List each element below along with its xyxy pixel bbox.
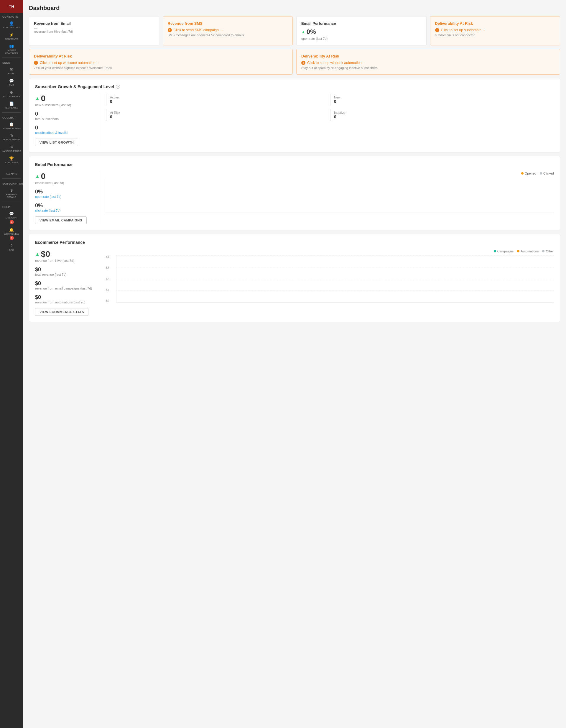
warn-icon-welcome: !: [34, 61, 38, 65]
revenue-hive-number: $0: [41, 249, 50, 259]
sidebar-item-whats-new[interactable]: 🔔 What's New 1: [0, 226, 23, 242]
engagement-at-risk: At Risk 0: [106, 109, 330, 121]
legend-automations: Automations: [517, 249, 539, 253]
y-label-1: $1: [106, 288, 115, 292]
deliverability-subdomain-title: Deliverability At Risk: [435, 21, 555, 26]
sidebar-item-contests[interactable]: 🏆 Contests: [0, 155, 23, 166]
top-cards-row: Revenue from Email revenue from Hive (la…: [29, 16, 560, 45]
legend-automations-dot: [517, 250, 519, 252]
live-chat-icon: 💬: [9, 211, 14, 216]
automations-revenue-block: $0 revenue from automations (last 7d): [35, 294, 100, 304]
legend-clicked-label: Clicked: [543, 172, 554, 175]
popup-forms-label: Popup Forms: [3, 138, 20, 141]
sidebar-item-email[interactable]: ✉ Email: [0, 65, 23, 77]
card-email-performance: Email Performance ▲ 0% open rate (last 7…: [296, 16, 427, 45]
legend-other-label: Other: [546, 249, 554, 253]
email-label: Email: [8, 72, 15, 75]
sidebar-section-collect: Collect: [0, 114, 23, 120]
sidebar-item-segments[interactable]: ⚡ Segments: [0, 31, 23, 42]
emails-sent-value: ▲ 0: [35, 172, 94, 181]
deliverability-winback-sub: Stay out of spam by re-engaging inactive…: [301, 66, 555, 70]
revenue-hive-label: revenue from Hive (last 7d): [35, 259, 100, 262]
h-line-3: [116, 267, 554, 267]
open-rate-block: 0% open rate (last 7d): [35, 189, 94, 198]
whats-new-label: What's New: [4, 233, 19, 236]
y-label-2: $2: [106, 277, 115, 281]
payment-details-icon: $: [10, 188, 12, 193]
sidebar-item-signup-forms[interactable]: 📋 Signup Forms: [0, 120, 23, 132]
landing-pages-icon: 🖥: [10, 145, 14, 149]
view-list-growth-button[interactable]: VIEW LIST GROWTH: [35, 139, 78, 146]
revenue-sms-link-text: Click to send SMS campaign →: [174, 28, 223, 32]
sidebar-item-automations[interactable]: ⚙ Automations: [0, 88, 23, 100]
card-deliverability-subdomain: Deliverability At Risk ! Click to set up…: [430, 16, 560, 45]
all-apps-icon: —: [10, 167, 14, 172]
ecommerce-chart-right: Campaigns Automations Other $4 $3: [100, 249, 554, 316]
engagement-inactive-value: 0: [334, 114, 550, 119]
contests-label: Contests: [5, 161, 18, 164]
main-content: Dashboard Revenue from Email revenue fro…: [23, 0, 566, 728]
sidebar-item-all-apps[interactable]: — All Apps: [0, 166, 23, 177]
revenue-email-sub: revenue from Hive (last 7d): [34, 30, 154, 33]
deliverability-winback-title: Deliverability At Risk: [301, 54, 555, 58]
sidebar-item-faq[interactable]: ? FAQ: [0, 242, 23, 253]
view-ecommerce-stats-button[interactable]: VIEW ECOMMERCE STATS: [35, 308, 88, 316]
deliverability-welcome-link[interactable]: ! Click to set up welcome automation →: [34, 61, 288, 65]
email-perf-stats-layout: ▲ 0 emails sent (last 7d) 0% open rate (…: [35, 172, 554, 224]
logo-text: TH: [9, 4, 14, 9]
sidebar: TH Contacts 👤 Contact List ⚡ Segments 👥 …: [0, 0, 23, 728]
warn-icon-sms: !: [168, 28, 172, 32]
segments-icon: ⚡: [9, 33, 14, 37]
engagement-new-label: New: [334, 96, 550, 99]
deliverability-subdomain-link-text: Click to set up subdomain →: [441, 28, 486, 32]
emails-sent-block: ▲ 0 emails sent (last 7d): [35, 172, 94, 185]
engagement-at-risk-value: 0: [110, 114, 326, 119]
sidebar-section-help: Help: [0, 203, 23, 210]
ecommerce-y-axis: $4 $3 $2 $1 $0: [106, 255, 115, 303]
sidebar-item-live-chat[interactable]: 💬 Live Chat 2: [0, 210, 23, 226]
email-perf-stats-left: ▲ 0 emails sent (last 7d) 0% open rate (…: [35, 172, 100, 224]
page-title: Dashboard: [29, 5, 560, 11]
email-chart-legend: Opened Clicked: [106, 172, 554, 175]
legend-opened: Opened: [521, 172, 536, 175]
contact-list-icon: 👤: [9, 21, 14, 26]
automations-label: Automations: [3, 95, 20, 98]
faq-label: FAQ: [9, 249, 14, 252]
import-contacts-label: Import Contacts: [1, 49, 22, 55]
h-line-2: [116, 279, 554, 279]
email-perf-sub: open rate (last 7d): [301, 37, 422, 40]
h-line-1: [116, 290, 554, 291]
whats-new-icon: 🔔: [9, 228, 14, 232]
deliverability-subdomain-link[interactable]: ! Click to set up subdomain →: [435, 28, 555, 32]
zero-line-icon: [34, 28, 37, 29]
sidebar-item-templates[interactable]: 📄 Templates: [0, 100, 23, 111]
legend-clicked: Clicked: [540, 172, 554, 175]
templates-label: Templates: [5, 106, 19, 109]
sidebar-item-sms[interactable]: 💬 SMS: [0, 77, 23, 88]
engagement-inactive: Inactive 0: [330, 109, 554, 121]
email-campaigns-revenue-label: revenue from email campaigns (last 7d): [35, 287, 100, 290]
sidebar-item-popup-forms[interactable]: 🖱 Popup Forms: [0, 132, 23, 143]
sidebar-item-contact-list[interactable]: 👤 Contact List: [0, 19, 23, 31]
total-revenue-label: total revenue (last 7d): [35, 273, 100, 276]
card-deliverability-winback: Deliverability At Risk ! Click to set up…: [296, 49, 560, 75]
sidebar-item-payment-details[interactable]: $ Payment Details: [0, 186, 23, 201]
sidebar-logo[interactable]: TH: [0, 0, 23, 13]
deliverability-subdomain-sub: subdomain is not connected: [435, 33, 555, 37]
email-perf-value: ▲ 0%: [301, 28, 422, 36]
sidebar-item-landing-pages[interactable]: 🖥 Landing Pages: [0, 143, 23, 155]
revenue-sms-sub: SMS messages are opened 4.5x compared to…: [168, 33, 288, 37]
view-email-campaigns-button[interactable]: VIEW EMAIL CAMPAIGNS: [35, 216, 87, 224]
import-contacts-icon: 👥: [9, 44, 14, 48]
subscriber-help-icon[interactable]: ?: [116, 85, 120, 89]
new-subscribers-value: ▲ 0: [35, 94, 94, 103]
payment-details-label: Payment Details: [1, 193, 22, 199]
sidebar-item-import-contacts[interactable]: 👥 Import Contacts: [0, 42, 23, 56]
total-revenue-block: $0 total revenue (last 7d): [35, 267, 100, 276]
deliverability-winback-link[interactable]: ! Click to set up winback automation →: [301, 61, 555, 65]
sidebar-section-send: Send: [0, 59, 23, 65]
new-subscribers-arrow: ▲: [35, 96, 40, 101]
new-subscribers-block: ▲ 0 new subscribers (last 7d): [35, 94, 94, 107]
revenue-sms-link[interactable]: ! Click to send SMS campaign →: [168, 28, 288, 32]
sms-icon: 💬: [9, 79, 14, 83]
